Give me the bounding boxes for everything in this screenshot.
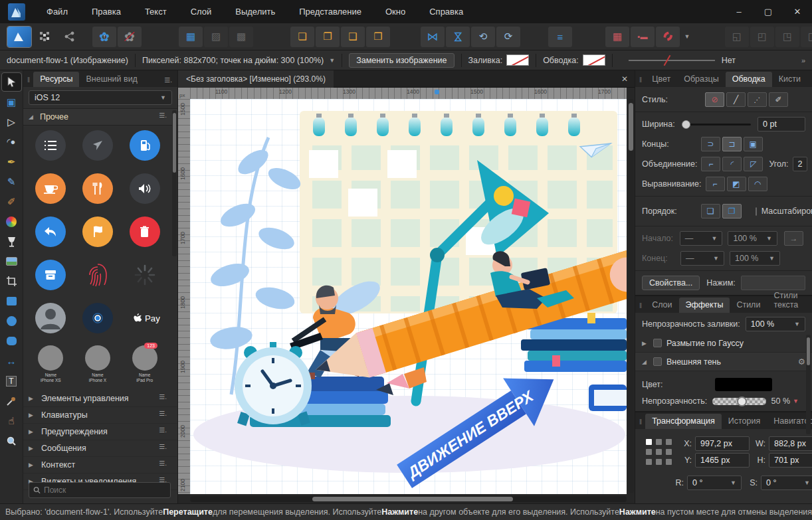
horizontal-scrollbar[interactable]: [190, 496, 627, 502]
menu-select[interactable]: Выделить: [223, 0, 287, 23]
asset-archive-icon[interactable]: [35, 260, 66, 290]
cap-butt-icon[interactable]: ⊃: [701, 137, 720, 151]
shadow-opacity-value[interactable]: 50 %: [771, 396, 791, 406]
menu-layer[interactable]: Слой: [179, 0, 224, 23]
effect-gaussian-blur[interactable]: ▶ Размытие по Гауссу: [635, 334, 812, 353]
fill-gradient-tool[interactable]: [2, 213, 21, 230]
flip-horizontal-icon[interactable]: ⋈: [421, 27, 445, 47]
align-center-icon[interactable]: ⌐: [706, 177, 725, 191]
group-messages[interactable]: ▶Сообщения☰.: [23, 440, 177, 457]
asset-device-iphone-xs[interactable]: NameiPhone XS: [27, 345, 74, 384]
scroll-down-icon[interactable]: ▼: [793, 398, 799, 404]
transparency-tool[interactable]: [2, 232, 21, 250]
menu-text[interactable]: Текст: [133, 0, 179, 23]
tab-navigator[interactable]: Навигатор: [767, 414, 812, 429]
asset-restaurant-icon[interactable]: [82, 173, 113, 204]
tab-resources[interactable]: Ресурсы: [33, 72, 79, 87]
align-icon[interactable]: ≡: [548, 27, 572, 47]
stroke-style-brush-icon[interactable]: ✐: [769, 92, 788, 107]
tab-appearance[interactable]: Внешний вид: [79, 72, 144, 87]
assets-section-header[interactable]: ◢ Прочее ☰.: [23, 108, 177, 126]
forward-one-icon[interactable]: ❑: [341, 27, 365, 47]
asset-navigation-icon[interactable]: [82, 130, 113, 161]
tab-brushes[interactable]: Кисти: [772, 72, 807, 87]
export-persona-icon[interactable]: ✿↑: [92, 27, 116, 47]
close-button[interactable]: ✕: [783, 0, 812, 23]
h-field[interactable]: 701 px: [769, 453, 812, 468]
context-overflow-icon[interactable]: »: [801, 56, 805, 64]
tab-swatches[interactable]: Образцы: [677, 72, 726, 87]
asset-trash-icon[interactable]: [130, 217, 160, 247]
start-scale-dropdown[interactable]: 100 %▼: [728, 231, 777, 246]
asset-coffee-icon[interactable]: [35, 173, 66, 204]
r-field[interactable]: 0 °▼: [687, 476, 742, 490]
brush-tool[interactable]: ✐: [2, 193, 21, 211]
maximize-button[interactable]: ▢: [754, 0, 783, 23]
menu-view[interactable]: Представление: [287, 0, 373, 23]
zoom-tool[interactable]: [2, 432, 21, 450]
cap-square-icon[interactable]: ▣: [744, 137, 763, 151]
menu-edit[interactable]: Правка: [80, 0, 133, 23]
rounded-rectangle-tool[interactable]: [2, 332, 21, 350]
perspective-warp-icon[interactable]: ▨: [204, 27, 228, 47]
asset-avatar-icon[interactable]: [35, 303, 66, 333]
tab-text-styles[interactable]: Стили текста: [767, 288, 812, 313]
gear-icon[interactable]: ⚙: [798, 357, 805, 367]
artboard-tool[interactable]: ▣: [2, 93, 21, 111]
tab-styles[interactable]: Стили: [730, 298, 767, 313]
force-pixel-alignment-icon[interactable]: ▪▬: [631, 27, 655, 47]
asset-spinner-icon[interactable]: [130, 260, 160, 290]
ellipse-tool[interactable]: [2, 312, 21, 330]
move-tool[interactable]: [2, 73, 21, 91]
back-one-icon[interactable]: ❐: [316, 27, 340, 47]
asset-device-iphone-x[interactable]: NameiPhone X: [74, 345, 122, 384]
asset-touchid-icon[interactable]: [82, 260, 113, 290]
miter-value[interactable]: 2: [793, 157, 808, 171]
asset-apple-pay-icon[interactable]: Pay: [130, 303, 160, 333]
color-picker-tool[interactable]: [2, 392, 21, 410]
place-image-tool[interactable]: [2, 252, 21, 270]
boolean-intersect-icon[interactable]: ◳: [775, 27, 799, 47]
join-round-icon[interactable]: ◜: [722, 157, 742, 171]
panel-grip-icon[interactable]: ‖: [635, 418, 645, 429]
group-context[interactable]: ▶Контекст☰.: [23, 457, 177, 474]
width-value[interactable]: 0 pt: [758, 117, 805, 131]
mesh-warp-icon[interactable]: ▦: [179, 27, 203, 47]
end-style-dropdown[interactable]: —▼: [680, 251, 724, 266]
node-tool[interactable]: ▷: [2, 113, 21, 131]
cap-round-icon[interactable]: ⊐: [722, 137, 742, 151]
vertical-ruler[interactable]: 1500 1600 1700 1800 1900 2000 2100: [178, 99, 190, 494]
menu-file[interactable]: Файл: [35, 0, 80, 23]
pixel-info-caret-icon[interactable]: ▼: [329, 57, 335, 64]
snapping-options-caret-icon[interactable]: ▼: [681, 27, 692, 47]
join-bevel-icon[interactable]: ◸: [744, 157, 763, 171]
document-tab[interactable]: <Без заголовка> [Изменено] (293.0%): [178, 70, 334, 88]
align-outside-icon[interactable]: ◠: [748, 177, 767, 191]
s-field[interactable]: 0 °▼: [761, 476, 812, 490]
modules-icon[interactable]: [33, 27, 56, 47]
properties-button[interactable]: Свойства...: [642, 276, 700, 290]
asset-reply-icon[interactable]: [35, 217, 66, 247]
boolean-add-icon[interactable]: ◱: [725, 27, 749, 47]
end-scale-dropdown[interactable]: 100 %▼: [730, 251, 780, 266]
width-slider[interactable]: [682, 124, 751, 126]
boolean-xor-icon[interactable]: ◲: [801, 27, 812, 47]
shadow-opacity-slider[interactable]: [712, 398, 765, 405]
assets-category-dropdown[interactable]: iOS 12▼: [29, 90, 172, 105]
snapping-magnet-icon[interactable]: [656, 27, 680, 47]
start-style-dropdown[interactable]: —▼: [680, 231, 723, 246]
tab-stroke[interactable]: Обводка: [726, 72, 772, 87]
tab-history[interactable]: История: [722, 414, 767, 429]
view-pan-tool[interactable]: ☝: [2, 412, 21, 430]
assets-menu-icon[interactable]: ☰.: [159, 76, 177, 87]
order-behind-icon[interactable]: ❏: [701, 204, 720, 218]
y-field[interactable]: 1465 px: [695, 453, 750, 468]
expand-icon[interactable]: ▶: [642, 340, 647, 347]
arrow-shape-tool[interactable]: ↔: [2, 352, 21, 370]
x-field[interactable]: 997,2 px: [695, 436, 750, 451]
corner-tool[interactable]: ◜●: [2, 133, 21, 151]
tab-transform[interactable]: Трансформация: [645, 414, 722, 429]
minimize-button[interactable]: –: [724, 0, 754, 23]
rotate-ccw-icon[interactable]: ⟲: [471, 27, 495, 47]
group-keyboards[interactable]: ▶Клавиатуры☰.: [23, 407, 177, 424]
